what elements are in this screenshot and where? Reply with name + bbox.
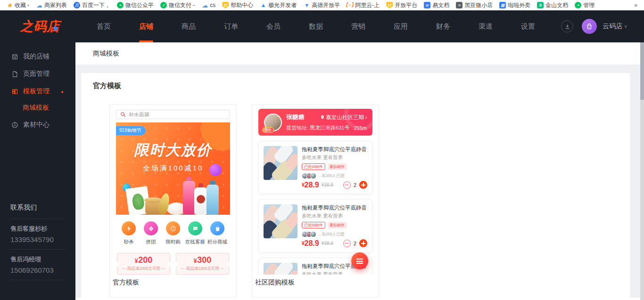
download-button[interactable] bbox=[561, 20, 573, 32]
product-title: 拖鞋夏季脚底穴位平底静音居家 bbox=[302, 204, 367, 211]
sidebar-item-page-management[interactable]: 页面管理 bbox=[0, 65, 75, 82]
flash-sale-icon bbox=[122, 221, 136, 235]
paper-plane-icon: ➤ bbox=[302, 0, 311, 10]
community-template-card[interactable]: 团长 张糖糖 嘉定山社区三期 › 提货地址: 黑龙江南路631号 bbox=[252, 105, 379, 298]
search-keyword: 补水面膜 bbox=[129, 111, 149, 118]
app-header: 之码店 首页 店铺 商品 订单 会员 数据 营销 应用 财务 渠道 设置 云码店… bbox=[0, 10, 644, 42]
scrollbar[interactable] bbox=[640, 42, 644, 300]
bookmark-wechat-pay[interactable]: ✓微信支付 - bbox=[160, 1, 195, 9]
bookmark-heidou[interactable]: ≡黑豆微小店 bbox=[456, 1, 493, 9]
nav-channels[interactable]: 渠道 bbox=[471, 10, 500, 42]
coupon-300[interactable]: ¥300 — 商品满1200元可用 — bbox=[176, 253, 229, 275]
quantity-decrease-button[interactable] bbox=[343, 181, 351, 189]
community-header: 团长 张糖糖 嘉定山社区三期 › 提货地址: 黑龙江南路631号 bbox=[258, 109, 372, 136]
sidebar-item-material-center[interactable]: 素材中心 bbox=[0, 116, 75, 133]
original-price: ¥38.9 bbox=[322, 182, 333, 187]
list-icon: ≡ bbox=[456, 2, 462, 8]
group-buy-icon bbox=[144, 221, 158, 235]
list-icon bbox=[356, 259, 363, 264]
bookmark-cs[interactable]: ☁cs bbox=[201, 2, 215, 8]
clock-icon bbox=[166, 221, 180, 235]
official-template-card[interactable]: 补水面膜 919购物节 限时大放价 全场满100减10 秒杀 bbox=[109, 105, 237, 298]
quantity-decrease-button[interactable] bbox=[343, 240, 351, 247]
star-icon: ★ bbox=[6, 2, 13, 8]
bookmark-aliyun[interactable]: [-]阿里云-上 bbox=[347, 1, 380, 9]
nav-products[interactable]: 商品 bbox=[174, 10, 203, 42]
wechat-icon: •• bbox=[117, 2, 124, 8]
contact-name: 售后冯经理 bbox=[10, 255, 65, 264]
product-subtitle: 多吃水果 更有营养 bbox=[302, 271, 367, 275]
floating-menu-button[interactable] bbox=[351, 252, 368, 269]
feature-flash-sale[interactable]: 秒杀 bbox=[118, 221, 140, 245]
nav-data[interactable]: 数据 bbox=[302, 10, 330, 42]
sidebar-item-my-store[interactable]: 我的店铺 bbox=[0, 48, 75, 65]
product-price: 28.9 bbox=[305, 181, 319, 189]
bookmark-wechat-official[interactable]: ••微信公众平 bbox=[117, 1, 154, 9]
distance: 255m bbox=[354, 125, 367, 131]
leader-name: 张糖糖 bbox=[286, 113, 305, 122]
bookmark-admin[interactable]: ••管理 bbox=[575, 1, 594, 9]
contact-phone: 15069260703 bbox=[10, 266, 65, 274]
coupons-row: ¥200 — 商品满1000元可用 — ¥300 — 商品满1200元可用 — bbox=[116, 253, 230, 275]
chevron-right-icon: › bbox=[365, 115, 367, 120]
nav-marketing[interactable]: 营销 bbox=[344, 10, 372, 42]
bookmark-favorites[interactable]: ★收藏▾ bbox=[6, 1, 29, 9]
sidebar-subitem-mall-template[interactable]: 商城模板 bbox=[0, 100, 75, 116]
group-count-text: ...等200人已团 bbox=[318, 173, 344, 179]
nav-settings[interactable]: 设置 bbox=[514, 10, 542, 42]
app-logo[interactable]: 之码店 bbox=[0, 18, 75, 35]
feature-online-service[interactable]: 在线客服 bbox=[184, 221, 206, 245]
bookmark-help-center[interactable]: U帮助中心 bbox=[222, 1, 253, 9]
quantity-increase-button[interactable] bbox=[359, 181, 367, 189]
bookmark-jiguang[interactable]: ▲极光开发者 bbox=[260, 1, 297, 9]
chevron-up-icon: ▲ bbox=[60, 89, 64, 94]
nav-members[interactable]: 会员 bbox=[259, 10, 288, 42]
bookmark-amap[interactable]: ➤高德开放平 bbox=[303, 1, 340, 9]
bookmark-baidu[interactable]: 百百度一下， bbox=[74, 1, 110, 9]
preview-search-bar: 补水面膜 bbox=[116, 110, 230, 119]
quantity-value: 2 bbox=[354, 182, 356, 188]
nav-finance[interactable]: 财务 bbox=[429, 10, 457, 42]
nav-apps[interactable]: 应用 bbox=[387, 10, 415, 42]
section-title: 官方模板 bbox=[81, 73, 630, 90]
bookmark-open-platform[interactable]: U开放平台 bbox=[386, 1, 417, 9]
feature-points-mall[interactable]: 积分商城 bbox=[206, 221, 228, 245]
cosmetics-products-image bbox=[116, 171, 230, 215]
contact-panel: 联系我们 售后客服杉杉 13395345790 售后冯经理 1506926070… bbox=[0, 203, 75, 280]
wechat-icon: •• bbox=[575, 2, 581, 8]
breadcrumb: 商城模板 bbox=[75, 42, 640, 65]
group-count-text: ...等200人已团 bbox=[318, 232, 344, 237]
bookmarks-overflow-button[interactable]: » bbox=[630, 2, 641, 8]
bookmark-lala[interactable]: ▦啦啦外卖 bbox=[499, 1, 530, 9]
scrollbar-thumb[interactable] bbox=[640, 42, 644, 100]
feature-timed-sale[interactable]: 限时购 bbox=[162, 221, 184, 245]
buyer-avatars bbox=[302, 231, 314, 237]
nav-store[interactable]: 店铺 bbox=[132, 10, 160, 42]
aliyun-icon: [-] bbox=[347, 2, 353, 8]
nav-home[interactable]: 首页 bbox=[90, 10, 118, 42]
coupon-200[interactable]: ¥200 — 商品满1000元可用 — bbox=[117, 253, 170, 275]
doc-icon: w bbox=[424, 2, 430, 8]
account-menu[interactable]: 云码店˅ bbox=[603, 22, 627, 31]
bookmark-yidoc[interactable]: w易文档 bbox=[424, 1, 449, 9]
promo-badge: 919购物节 bbox=[116, 126, 146, 135]
quantity-increase-button[interactable] bbox=[359, 239, 367, 247]
baidu-icon: 百 bbox=[74, 2, 80, 8]
product-subtitle: 多吃水果 更有营养 bbox=[302, 213, 367, 219]
community-location[interactable]: 嘉定山社区三期 › bbox=[320, 114, 367, 121]
account-avatar[interactable] bbox=[582, 19, 597, 34]
jiguang-icon: ▲ bbox=[260, 2, 266, 8]
bag-icon bbox=[210, 221, 224, 235]
product-card[interactable]: 拖鞋夏季脚底穴位平底静音居家 多吃水果 更有营养 已抢888件 剩548件 ..… bbox=[258, 199, 372, 252]
feature-group-buy[interactable]: 拼团 bbox=[140, 221, 162, 245]
bookmark-kingsoft-docs[interactable]: S金山文档 bbox=[537, 1, 568, 9]
shield-icon: U bbox=[222, 2, 229, 8]
bookmark-merchant-list[interactable]: ☁商家列表 bbox=[36, 1, 67, 9]
quantity-value: 2 bbox=[354, 241, 356, 246]
sidebar-item-template-management[interactable]: 模板管理 ▲ bbox=[0, 83, 75, 100]
kingsoft-icon: S bbox=[537, 2, 544, 8]
contact-title: 联系我们 bbox=[10, 203, 65, 219]
nav-orders[interactable]: 订单 bbox=[217, 10, 245, 42]
template-name-label: 社区团购模板 bbox=[255, 278, 295, 287]
product-card[interactable]: 拖鞋夏季脚底穴位平底静音居家 多吃水果 更有营养 已抢888件 剩548件 ..… bbox=[258, 141, 372, 194]
